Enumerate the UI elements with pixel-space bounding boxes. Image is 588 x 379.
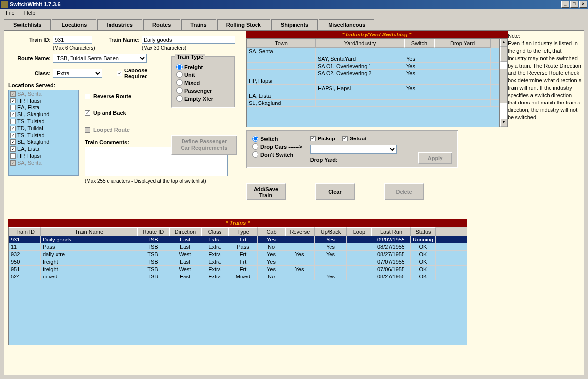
location-item[interactable]: ✓EA, Eista bbox=[9, 145, 78, 152]
location-item[interactable]: TS, Tulstad bbox=[9, 118, 78, 125]
industry-row[interactable]: EA, Eista bbox=[247, 92, 499, 100]
drop-cars-select[interactable] bbox=[310, 145, 397, 154]
trains-row[interactable]: 931Daily goodsTSBEastExtraFrtYesYes09/02… bbox=[9, 236, 467, 243]
trains-col-header[interactable]: Type bbox=[228, 227, 258, 236]
location-item[interactable]: EA, Eista bbox=[9, 104, 78, 111]
location-item[interactable]: ✓TS, Tulstad bbox=[9, 132, 78, 138]
industry-row[interactable]: SAY, SentaYardYes bbox=[247, 55, 499, 63]
class-select[interactable]: Extra bbox=[53, 69, 102, 78]
caboose-label: Caboose Required bbox=[124, 68, 154, 79]
industry-row[interactable]: SA O2, Overlevering 2Yes bbox=[247, 70, 499, 77]
upback-label: Up and Back bbox=[93, 110, 126, 116]
menu-help[interactable]: Help bbox=[20, 9, 39, 17]
drop-cars-radio[interactable] bbox=[252, 143, 258, 150]
note-box: Note: Even if an industry is listed in t… bbox=[508, 33, 582, 121]
add-save-button[interactable]: Add/Save Train bbox=[246, 183, 286, 200]
trains-col-header[interactable]: Status bbox=[411, 227, 436, 236]
industry-row[interactable]: HP, Hapsi bbox=[247, 77, 499, 85]
clear-button[interactable]: Clear bbox=[315, 183, 355, 200]
location-item[interactable]: ✓TD, Tulldal bbox=[9, 125, 78, 132]
menubar: File Help bbox=[0, 9, 588, 17]
maximize-button[interactable]: □ bbox=[570, 1, 578, 8]
define-passenger-button: Define Passenger Car Requirements bbox=[171, 135, 237, 155]
trains-col-header[interactable]: Class bbox=[201, 227, 228, 236]
industry-col-header[interactable]: Town bbox=[247, 39, 316, 48]
tab-shipments[interactable]: Shipments bbox=[271, 19, 318, 30]
train-name-hint: (Max 30 Characters) bbox=[142, 45, 186, 51]
trains-col-header[interactable]: Up/Back bbox=[315, 227, 347, 236]
industry-row[interactable]: SA, Senta bbox=[247, 48, 499, 55]
location-item: ✓SA, Senta bbox=[9, 90, 78, 97]
tab-rolling-stock[interactable]: Rolling Stock bbox=[217, 19, 270, 30]
upback-checkbox[interactable]: ✓ bbox=[85, 110, 90, 116]
industry-col-header[interactable]: Yard/Industry bbox=[316, 39, 404, 48]
tab-routes[interactable]: Routes bbox=[143, 19, 180, 30]
trains-row[interactable]: 950freightTSBEastExtraFrtYes07/07/1955OK bbox=[9, 258, 467, 266]
trains-col-header[interactable]: Loop bbox=[347, 227, 371, 236]
trains-col-header[interactable]: Route ID bbox=[137, 227, 169, 236]
tab-locations[interactable]: Locations bbox=[52, 19, 96, 30]
trains-col-header[interactable]: Train ID bbox=[9, 227, 41, 236]
tab-industries[interactable]: Industries bbox=[97, 19, 142, 30]
tab-switchlists[interactable]: Switchlists bbox=[4, 19, 51, 30]
location-item[interactable]: ✓SL, Skaglund bbox=[9, 111, 78, 118]
trains-panel: Train ID: Train Name: (Max 6 Characters)… bbox=[4, 30, 584, 375]
caboose-checkbox[interactable]: ✓ bbox=[117, 71, 122, 76]
trains-row[interactable]: 524mixedTSBEastExtraMixedNoYes08/27/1955… bbox=[9, 273, 467, 280]
industry-scrollbar[interactable]: ▲▼ bbox=[500, 38, 508, 127]
location-item[interactable]: ✓HP, Hapsi bbox=[9, 97, 78, 104]
looped-label: Looped Route bbox=[93, 127, 130, 133]
trains-col-header[interactable]: Cab bbox=[258, 227, 285, 236]
dont-switch-radio[interactable] bbox=[252, 151, 258, 158]
industry-col-header[interactable]: Switch bbox=[404, 39, 434, 48]
train-type-passenger[interactable] bbox=[176, 87, 183, 94]
train-id-input[interactable] bbox=[53, 36, 92, 44]
setout-checkbox[interactable]: ✓ bbox=[342, 136, 348, 141]
train-type-freight[interactable] bbox=[176, 64, 183, 70]
trains-col-header[interactable]: Train Name bbox=[41, 227, 137, 236]
menu-file[interactable]: File bbox=[2, 9, 19, 17]
industry-row[interactable]: SL, Skaglund bbox=[247, 100, 499, 107]
trains-col-header[interactable]: Reverse bbox=[285, 227, 315, 236]
comments-hint: (Max 255 characters - Displayed at the t… bbox=[85, 178, 228, 184]
locations-listbox[interactable]: ✓SA, Senta✓HP, HapsiEA, Eista✓SL, Skaglu… bbox=[8, 90, 79, 176]
location-item: ✓SA, Senta bbox=[9, 159, 78, 166]
titlebar: SwitchWithIt 1.7.3.6 _ □ × bbox=[0, 0, 588, 9]
trains-row[interactable]: 11PassTSBEastExtraPassNoYes08/27/1955OK bbox=[9, 243, 467, 251]
train-id-hint: (Max 6 Characters) bbox=[53, 45, 102, 51]
window-title: SwitchWithIt 1.7.3.6 bbox=[10, 1, 61, 7]
train-id-label: Train ID: bbox=[8, 37, 53, 43]
route-name-select[interactable]: TSB, Tuldall Senta Banen bbox=[53, 54, 147, 63]
trains-col-header[interactable]: Last Run bbox=[371, 227, 411, 236]
delete-button: Delete bbox=[384, 183, 424, 200]
industry-grid-title: * Industry/Yard Switching * bbox=[246, 31, 508, 38]
train-type-empty-xfer[interactable] bbox=[176, 95, 183, 102]
class-label: Class: bbox=[8, 70, 53, 76]
app-icon bbox=[1, 1, 8, 8]
trains-row[interactable]: 951freightTSBWestExtraFrtYesYes07/06/195… bbox=[9, 266, 467, 273]
location-item[interactable]: HP, Hapsi bbox=[9, 152, 78, 159]
industry-row[interactable]: SA O1, Overlevering 1Yes bbox=[247, 63, 499, 70]
trains-grid-title: * Trains * bbox=[8, 219, 467, 227]
reverse-label: Reverse Route bbox=[93, 93, 131, 99]
train-type-mixed[interactable] bbox=[176, 79, 183, 86]
location-item[interactable]: ✓SL, Skaglund bbox=[9, 138, 78, 145]
switch-radio[interactable] bbox=[252, 136, 258, 142]
looped-checkbox bbox=[85, 127, 90, 133]
tab-trains[interactable]: Trains bbox=[181, 19, 216, 30]
train-type-unit[interactable] bbox=[176, 71, 183, 78]
train-name-label: Train Name: bbox=[92, 37, 142, 43]
drop-yard-label: Drop Yard: bbox=[310, 157, 397, 163]
pickup-checkbox[interactable]: ✓ bbox=[310, 136, 316, 141]
industry-row[interactable]: HAPSI, HapsiYes bbox=[247, 85, 499, 92]
tabbar: SwitchlistsLocationsIndustriesRoutesTrai… bbox=[0, 17, 588, 30]
minimize-button[interactable]: _ bbox=[561, 1, 569, 8]
apply-button: Apply bbox=[418, 152, 452, 164]
trains-row[interactable]: 932daily xtreTSBWestExtraFrtYesYesYes08/… bbox=[9, 251, 467, 258]
tab-miscellaneous[interactable]: Miscellaneous bbox=[319, 19, 374, 30]
train-name-input[interactable] bbox=[142, 36, 235, 44]
close-button[interactable]: × bbox=[579, 1, 587, 8]
industry-col-header[interactable]: Drop Yard bbox=[434, 39, 491, 48]
trains-col-header[interactable]: Direction bbox=[169, 227, 201, 236]
reverse-checkbox[interactable] bbox=[85, 94, 90, 99]
